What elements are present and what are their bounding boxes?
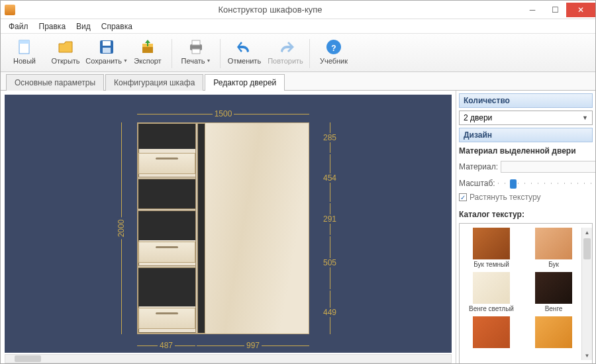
app-icon bbox=[5, 5, 15, 15]
dim-row: 285 bbox=[321, 122, 338, 153]
export-icon bbox=[138, 38, 157, 56]
tab-doors[interactable]: Редактор дверей bbox=[205, 74, 285, 91]
menubar: Файл Правка Вид Справка bbox=[1, 19, 595, 34]
catalog-label: Каталог текстур: bbox=[459, 208, 593, 220]
texture-swatch[interactable]: Бук bbox=[526, 228, 581, 268]
tool-open[interactable]: Открыть bbox=[46, 36, 85, 71]
save-icon bbox=[97, 38, 116, 56]
tool-undo[interactable]: Отменить bbox=[224, 36, 264, 71]
undo-icon bbox=[235, 38, 254, 56]
side-panel: Количество 2 двери ▼ Дизайн Материал выд… bbox=[456, 91, 595, 364]
drawer[interactable] bbox=[138, 153, 195, 174]
svg-rect-5 bbox=[142, 46, 153, 53]
door-count-select[interactable]: 2 двери ▼ bbox=[459, 111, 593, 125]
tab-params[interactable]: Основные параметры bbox=[6, 74, 104, 91]
texture-caption: Венге светлый bbox=[469, 305, 514, 312]
dim-total-width: 1500 bbox=[137, 109, 309, 118]
menu-help[interactable]: Справка bbox=[97, 21, 136, 32]
titlebar: Конструктор шкафов-купе ─ ☐ ✕ bbox=[1, 1, 595, 19]
minimize-button[interactable]: ─ bbox=[521, 3, 544, 17]
toolbar-separator bbox=[220, 39, 221, 68]
texture-thumb bbox=[473, 228, 510, 259]
scroll-up-icon[interactable]: ▲ bbox=[582, 228, 592, 237]
new-icon bbox=[15, 38, 34, 56]
menu-view[interactable]: Вид bbox=[72, 21, 95, 32]
toolbar-separator bbox=[309, 39, 310, 68]
dim-col1: 487 bbox=[137, 341, 195, 350]
tool-tutorial[interactable]: ? Учебник bbox=[314, 36, 354, 71]
texture-thumb bbox=[473, 316, 510, 348]
open-icon bbox=[56, 38, 75, 56]
svg-rect-9 bbox=[192, 49, 200, 54]
svg-rect-3 bbox=[103, 41, 111, 46]
texture-swatch[interactable]: Венге светлый bbox=[464, 272, 519, 312]
material-section-label: Материал выделенной двери bbox=[459, 145, 593, 157]
tool-print[interactable]: Печать▼ bbox=[176, 36, 216, 71]
window-title: Конструктор шкафов-купе bbox=[19, 5, 521, 15]
main-area: 1500 2000 487 bbox=[1, 91, 595, 364]
material-input[interactable] bbox=[501, 161, 596, 173]
dim-row: 291 bbox=[321, 203, 338, 235]
dim-col2: 997 bbox=[197, 341, 309, 350]
scroll-down-icon[interactable]: ▼ bbox=[582, 351, 592, 360]
menu-edit[interactable]: Правка bbox=[35, 21, 70, 32]
panel-count-head: Количество bbox=[459, 93, 593, 108]
toolbar: Новый Открыть Сохранить▼ Экспорт Печать▼… bbox=[1, 34, 595, 72]
canvas-hscroll[interactable] bbox=[5, 354, 452, 363]
close-button[interactable]: ✕ bbox=[566, 3, 595, 17]
stretch-checkbox[interactable]: ✓ Растянуть текстуру bbox=[459, 193, 593, 202]
door-count-value: 2 двери bbox=[464, 113, 492, 122]
tab-config[interactable]: Конфигурация шкафа bbox=[105, 74, 203, 91]
print-icon bbox=[187, 38, 205, 56]
checkbox-icon: ✓ bbox=[459, 193, 467, 201]
drawer[interactable] bbox=[138, 242, 195, 263]
texture-swatch[interactable] bbox=[526, 316, 581, 349]
texture-thumb bbox=[473, 272, 510, 304]
svg-rect-4 bbox=[103, 48, 111, 53]
drawer[interactable] bbox=[138, 308, 195, 329]
scrollbar-thumb[interactable] bbox=[583, 238, 591, 259]
chevron-down-icon[interactable]: ▼ bbox=[123, 58, 128, 63]
texture-swatch[interactable] bbox=[464, 316, 519, 349]
tool-redo: Повторить bbox=[266, 36, 305, 71]
texture-thumb bbox=[535, 272, 572, 304]
maximize-button[interactable]: ☐ bbox=[544, 3, 566, 17]
tab-strip: Основные параметры Конфигурация шкафа Ре… bbox=[1, 72, 595, 91]
dim-total-height: 2000 bbox=[111, 122, 132, 334]
texture-thumb bbox=[535, 316, 572, 348]
door[interactable] bbox=[205, 122, 309, 334]
help-icon: ? bbox=[324, 38, 343, 56]
catalog-vscroll[interactable]: ▲ ▼ bbox=[581, 228, 592, 360]
scrollbar-thumb[interactable] bbox=[15, 355, 41, 362]
texture-swatch[interactable]: Бук темный bbox=[464, 228, 519, 268]
texture-caption: Бук bbox=[548, 261, 559, 268]
canvas-wrap: 1500 2000 487 bbox=[1, 91, 456, 364]
texture-caption: Венге bbox=[545, 305, 563, 312]
redo-icon bbox=[276, 38, 295, 56]
texture-thumb bbox=[535, 228, 572, 259]
tool-save[interactable]: Сохранить▼ bbox=[87, 36, 126, 71]
menu-file[interactable]: Файл bbox=[5, 21, 32, 32]
dim-row: 449 bbox=[321, 291, 338, 334]
svg-rect-8 bbox=[192, 40, 200, 45]
dim-row: 505 bbox=[321, 236, 338, 289]
chevron-down-icon[interactable]: ▼ bbox=[207, 58, 211, 63]
dim-row: 454 bbox=[321, 154, 338, 202]
svg-text:?: ? bbox=[331, 44, 336, 53]
panel-design-head: Дизайн bbox=[459, 128, 593, 142]
toolbar-separator bbox=[172, 39, 172, 68]
tool-export[interactable]: Экспорт bbox=[128, 36, 168, 71]
texture-swatch[interactable]: Венге bbox=[526, 272, 581, 312]
material-label: Материал: bbox=[459, 162, 498, 171]
chevron-down-icon: ▼ bbox=[582, 114, 588, 121]
texture-caption: Бук темный bbox=[473, 261, 509, 268]
svg-rect-1 bbox=[19, 40, 29, 44]
cabinet[interactable] bbox=[137, 122, 309, 334]
scale-label: Масштаб: bbox=[459, 179, 495, 188]
window-controls: ─ ☐ ✕ bbox=[521, 3, 595, 17]
scale-slider[interactable] bbox=[498, 178, 593, 189]
design-canvas[interactable]: 1500 2000 487 bbox=[5, 95, 452, 353]
texture-catalog: Бук темныйБукВенге светлыйВенге ▲ ▼ bbox=[459, 223, 593, 364]
tool-new[interactable]: Новый bbox=[5, 36, 44, 71]
